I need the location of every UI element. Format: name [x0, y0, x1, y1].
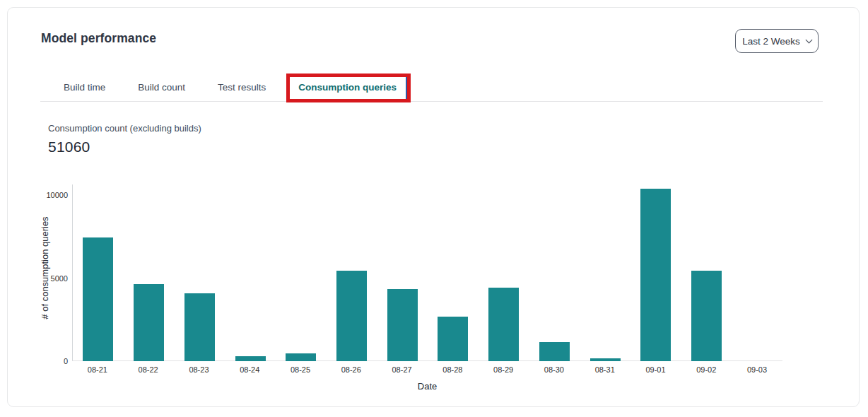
x-tick-09-01: 09-01: [631, 365, 681, 374]
bar-slot: [327, 271, 377, 361]
bar-08-30[interactable]: [539, 342, 570, 361]
consumption-bar-chart: # of consumption queries 0500010000 08-2…: [8, 184, 860, 397]
x-tick-08-24: 08-24: [224, 365, 275, 374]
bar-08-25[interactable]: [286, 353, 316, 361]
x-tick-08-26: 08-26: [326, 365, 377, 374]
tab-build-count[interactable]: Build count: [122, 74, 201, 101]
bar-08-21[interactable]: [83, 237, 113, 361]
tab-consumption-queries[interactable]: Consumption queries: [282, 74, 413, 101]
bar-slot: [174, 293, 225, 361]
y-tick-10000: 10000: [8, 191, 68, 199]
x-tick-08-27: 08-27: [377, 365, 428, 374]
y-tick-5000: 5000: [8, 274, 68, 283]
bar-08-29[interactable]: [488, 288, 519, 361]
date-range-value: Last 2 Weeks: [742, 36, 800, 47]
x-tick-09-02: 09-02: [681, 365, 732, 374]
bar-08-26[interactable]: [336, 271, 367, 361]
bar-09-02[interactable]: [691, 271, 722, 362]
bar-08-22[interactable]: [134, 284, 164, 362]
bar-slot: [681, 271, 732, 362]
bar-09-01[interactable]: [640, 189, 671, 361]
bar-slot: [631, 189, 681, 361]
x-tick-08-30: 08-30: [529, 365, 580, 374]
bar-slot: [580, 358, 631, 362]
bar-slot: [377, 289, 428, 361]
bar-08-28[interactable]: [438, 317, 468, 361]
bar-08-27[interactable]: [387, 289, 418, 361]
x-tick-08-28: 08-28: [427, 365, 478, 374]
chevron-down-icon: [805, 36, 812, 43]
metric-value: 51060: [48, 139, 90, 155]
bar-slot: [529, 342, 580, 361]
bar-slot: [428, 317, 479, 361]
metric-label: Consumption count (excluding builds): [48, 123, 201, 134]
page-title: Model performance: [41, 31, 156, 46]
tab-test-results[interactable]: Test results: [201, 74, 282, 101]
x-tick-08-31: 08-31: [580, 365, 631, 374]
x-tick-08-29: 08-29: [478, 365, 529, 374]
y-tick-0: 0: [8, 357, 68, 365]
x-tick-09-03: 09-03: [732, 365, 782, 374]
bar-08-23[interactable]: [184, 293, 215, 361]
x-tick-08-25: 08-25: [275, 365, 326, 374]
model-performance-card: Model performance Last 2 Weeks Build tim…: [7, 7, 860, 407]
bar-slot: [124, 284, 175, 362]
bar-slot: [225, 356, 276, 361]
x-axis-label: Date: [72, 381, 782, 392]
bar-slot: [276, 353, 327, 361]
bar-slot: [73, 237, 124, 361]
y-axis-label: # of consumption queries: [40, 216, 50, 319]
plot-area: [72, 184, 782, 361]
tab-build-time[interactable]: Build time: [47, 74, 122, 101]
x-tick-08-21: 08-21: [72, 365, 123, 374]
date-range-dropdown[interactable]: Last 2 Weeks: [735, 29, 819, 53]
x-tick-08-22: 08-22: [123, 365, 174, 374]
bar-08-24[interactable]: [235, 356, 266, 361]
x-tick-08-23: 08-23: [174, 365, 225, 374]
bar-slot: [479, 288, 529, 361]
bar-08-31[interactable]: [590, 358, 621, 362]
tab-bar: Build timeBuild countTest resultsConsump…: [40, 74, 823, 102]
